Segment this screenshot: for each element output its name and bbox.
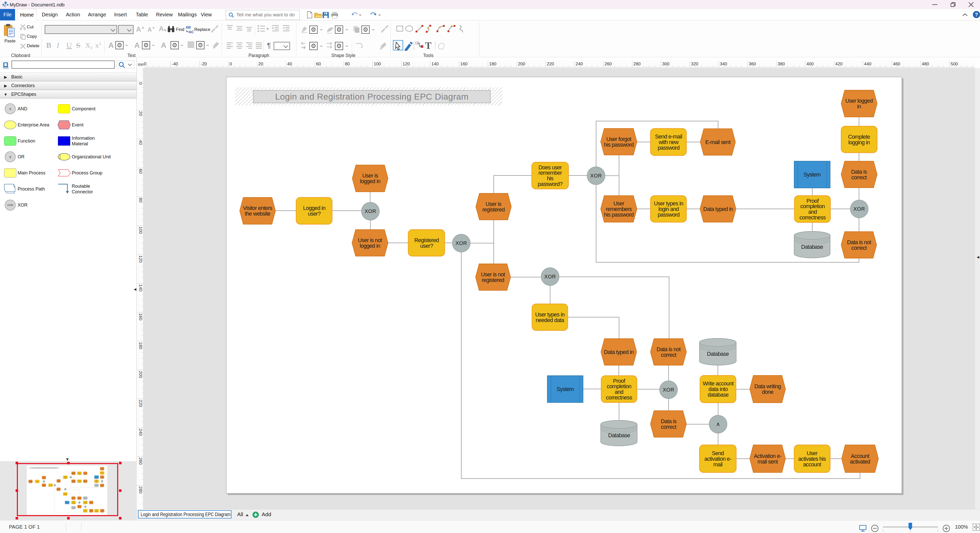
svg-text:the website: the website: [245, 211, 270, 217]
svg-text:XOR: XOR: [43, 481, 45, 482]
svg-text:Write account: Write account: [703, 381, 733, 387]
svg-text:Send: Send: [712, 450, 724, 456]
svg-text:Account: Account: [851, 453, 869, 459]
svg-text:activation e-: activation e-: [704, 456, 731, 462]
svg-text:account: account: [803, 461, 821, 468]
svg-text:password: password: [658, 145, 679, 151]
svg-text:AC: AC: [189, 30, 194, 34]
svg-text:Proof: Proof: [807, 198, 819, 204]
svg-text:correctness: correctness: [606, 394, 632, 401]
svg-text:User: User: [807, 450, 818, 456]
svg-text:data into: data into: [708, 386, 728, 392]
svg-text:registered: registered: [482, 207, 505, 213]
svg-text:Database: Database: [801, 244, 823, 250]
svg-text:registered: registered: [482, 277, 504, 283]
svg-text:Data typed in: Data typed in: [604, 349, 633, 355]
svg-text:Data typed in: Data typed in: [703, 206, 733, 212]
svg-text:XOR: XOR: [101, 481, 103, 482]
svg-text:User types in: User types in: [654, 201, 683, 207]
svg-text:password: password: [658, 212, 679, 218]
svg-text:∧: ∧: [85, 506, 86, 507]
svg-text:User: User: [613, 201, 624, 207]
svg-text:XOR: XOR: [853, 206, 865, 212]
svg-text:Data is: Data is: [661, 418, 676, 424]
svg-text:database: database: [708, 392, 729, 398]
svg-text:T: T: [425, 40, 431, 51]
svg-text:with new: with new: [659, 139, 679, 145]
svg-text:correct: correct: [661, 424, 676, 430]
svg-text:remembers: remembers: [606, 206, 632, 212]
svg-text:∧: ∧: [716, 421, 720, 427]
svg-text:mail: mail: [713, 461, 722, 468]
svg-text:Send e-mail: Send e-mail: [655, 134, 682, 140]
svg-text:XOR: XOR: [544, 274, 556, 279]
svg-text:Does user: Does user: [539, 164, 562, 171]
svg-text:∧: ∧: [9, 107, 11, 111]
svg-text:XOR: XOR: [54, 485, 56, 486]
svg-text:E-mail sent: E-mail sent: [705, 139, 731, 145]
svg-text:completion: completion: [607, 383, 631, 389]
svg-text:XOR: XOR: [7, 204, 13, 207]
svg-text:Login and Registration Process: Login and Registration Processing EPC Di…: [32, 467, 56, 468]
svg-text:completion: completion: [800, 203, 825, 209]
svg-text:XOR: XOR: [455, 240, 467, 246]
svg-text:remember: remember: [538, 170, 562, 176]
svg-text:his: his: [547, 176, 553, 182]
svg-text:user?: user?: [308, 211, 321, 217]
svg-text:User is: User is: [362, 172, 378, 179]
svg-text:and: and: [615, 389, 623, 395]
svg-text:logged in: logged in: [360, 178, 380, 184]
svg-text:his password: his password: [604, 142, 633, 148]
svg-text:correct: correct: [851, 245, 867, 251]
svg-text:Data is: Data is: [851, 169, 867, 175]
svg-text:XOR: XOR: [79, 503, 80, 503]
svg-text:activated: activated: [850, 459, 870, 465]
svg-text:Proof: Proof: [613, 378, 625, 384]
svg-text:password?: password?: [538, 181, 563, 187]
svg-text:Activation e-: Activation e-: [754, 453, 782, 459]
svg-text:Data is not: Data is not: [847, 239, 871, 246]
svg-text:correct: correct: [851, 174, 867, 180]
svg-text:?: ?: [975, 12, 978, 18]
svg-text:Data is not: Data is not: [657, 346, 681, 353]
svg-text:User is: User is: [485, 201, 501, 207]
svg-text:Visitor enters: Visitor enters: [243, 205, 272, 211]
svg-text:XOR: XOR: [663, 387, 675, 393]
svg-text:Data writing: Data writing: [754, 383, 781, 389]
svg-text:Logged in: Logged in: [303, 205, 325, 211]
svg-text:User is not: User is not: [358, 237, 382, 243]
svg-text:XOR: XOR: [70, 477, 72, 478]
svg-text:Database: Database: [608, 432, 630, 439]
svg-text:User is not: User is not: [481, 271, 505, 278]
svg-text:user?: user?: [420, 243, 433, 249]
svg-text:his password: his password: [604, 212, 633, 218]
svg-text:Registered: Registered: [414, 237, 439, 243]
svg-text:logging in: logging in: [848, 139, 870, 145]
svg-text:correctness: correctness: [800, 214, 826, 221]
svg-text:and: and: [808, 209, 817, 215]
svg-text:in: in: [857, 104, 861, 110]
svg-text:System: System: [557, 386, 574, 392]
svg-text:done: done: [762, 389, 773, 395]
svg-text:correct: correct: [661, 352, 676, 358]
svg-text:XOR: XOR: [590, 173, 602, 179]
svg-text:mail sent: mail sent: [758, 459, 778, 465]
svg-text:∨: ∨: [9, 155, 11, 159]
svg-text:System: System: [803, 172, 821, 178]
svg-text:User types in: User types in: [535, 311, 565, 318]
svg-text:User logged: User logged: [845, 98, 873, 104]
svg-text:User forgot: User forgot: [606, 136, 631, 142]
svg-text:login and: login and: [659, 206, 679, 212]
svg-text:AB: AB: [186, 25, 191, 29]
svg-text:Complete: Complete: [848, 134, 870, 140]
svg-text:XOR: XOR: [364, 208, 376, 214]
svg-text:Database: Database: [707, 351, 729, 357]
svg-text:XOR: XOR: [65, 489, 66, 490]
svg-text:needed data: needed data: [536, 317, 565, 323]
svg-text:logged in: logged in: [360, 243, 380, 249]
svg-text:activates his: activates his: [798, 456, 826, 462]
